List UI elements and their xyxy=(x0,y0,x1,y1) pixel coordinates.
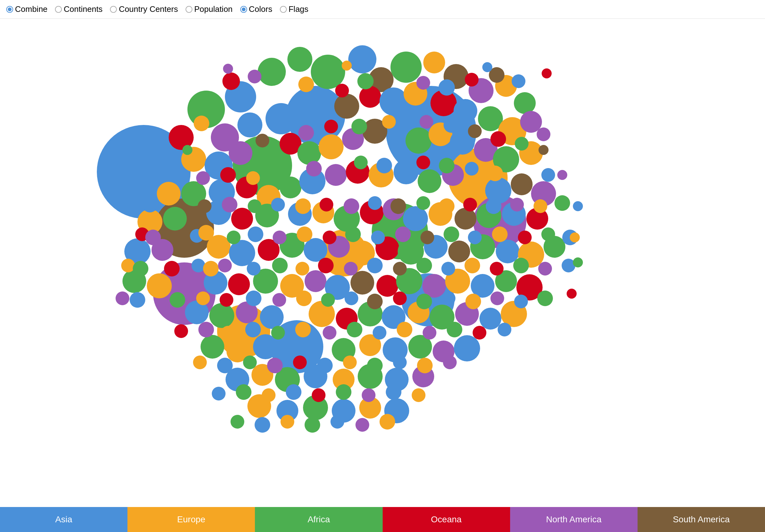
svg-point-270 xyxy=(347,322,363,337)
svg-point-27 xyxy=(238,113,263,138)
radio-option-flags[interactable]: Flags xyxy=(280,4,309,14)
svg-point-172 xyxy=(419,115,433,129)
legend-item-south-america: South America xyxy=(637,507,765,532)
svg-point-276 xyxy=(497,323,511,336)
svg-point-241 xyxy=(490,262,503,275)
svg-point-269 xyxy=(323,326,337,339)
svg-point-246 xyxy=(130,292,145,308)
svg-point-251 xyxy=(273,293,286,307)
svg-point-59 xyxy=(280,177,302,198)
svg-point-249 xyxy=(220,293,233,307)
svg-point-21 xyxy=(423,52,445,73)
svg-point-20 xyxy=(390,52,422,83)
svg-point-162 xyxy=(438,79,455,96)
svg-point-43 xyxy=(298,141,321,165)
svg-point-99 xyxy=(448,241,470,263)
svg-point-242 xyxy=(513,258,529,273)
svg-point-229 xyxy=(203,261,219,276)
svg-point-292 xyxy=(312,388,326,402)
svg-point-179 xyxy=(220,167,236,183)
svg-point-61 xyxy=(325,164,347,186)
svg-point-158 xyxy=(298,77,314,92)
radio-option-combine[interactable]: Combine xyxy=(6,4,48,14)
radio-label-population: Population xyxy=(194,4,233,14)
svg-point-182 xyxy=(354,156,368,169)
svg-point-197 xyxy=(368,196,382,210)
svg-point-16 xyxy=(288,47,313,72)
legend-item-asia: Asia xyxy=(0,507,128,532)
svg-point-298 xyxy=(255,417,270,433)
svg-point-213 xyxy=(297,227,313,242)
svg-point-160 xyxy=(358,73,374,89)
svg-point-194 xyxy=(295,198,311,214)
svg-point-167 xyxy=(256,134,269,148)
svg-point-81 xyxy=(403,206,428,231)
svg-point-257 xyxy=(416,293,432,309)
radio-option-population[interactable]: Population xyxy=(186,4,233,14)
svg-point-18 xyxy=(348,45,377,73)
svg-point-218 xyxy=(420,231,434,244)
svg-point-178 xyxy=(196,171,210,185)
svg-point-304 xyxy=(223,64,233,74)
svg-point-312 xyxy=(570,233,580,243)
radio-indicator-combine xyxy=(6,6,13,13)
svg-point-252 xyxy=(296,290,312,306)
svg-point-308 xyxy=(183,145,193,155)
svg-point-313 xyxy=(573,258,583,267)
svg-point-175 xyxy=(490,131,506,147)
svg-point-301 xyxy=(331,415,344,429)
svg-point-294 xyxy=(362,388,376,402)
svg-point-210 xyxy=(227,231,241,244)
svg-point-205 xyxy=(554,195,570,211)
svg-point-233 xyxy=(296,262,309,275)
radio-option-country-centers[interactable]: Country Centers xyxy=(110,4,178,14)
svg-point-65 xyxy=(417,169,441,193)
svg-point-248 xyxy=(196,291,210,305)
svg-point-221 xyxy=(492,227,507,242)
svg-point-266 xyxy=(245,322,261,337)
svg-point-285 xyxy=(393,355,407,369)
svg-point-247 xyxy=(170,292,185,308)
svg-point-245 xyxy=(116,291,129,305)
svg-point-202 xyxy=(486,198,501,214)
svg-point-44 xyxy=(319,134,344,159)
svg-point-121 xyxy=(209,303,234,328)
svg-point-25 xyxy=(514,92,536,114)
svg-point-186 xyxy=(465,162,478,176)
svg-point-54 xyxy=(157,182,181,206)
radio-option-colors[interactable]: Colors xyxy=(240,4,273,14)
svg-point-28 xyxy=(266,103,297,134)
svg-point-171 xyxy=(382,115,396,129)
svg-point-176 xyxy=(515,137,528,151)
svg-point-284 xyxy=(367,358,382,373)
svg-point-166 xyxy=(194,116,209,131)
svg-point-223 xyxy=(541,228,555,241)
svg-point-64 xyxy=(393,159,418,184)
svg-point-72 xyxy=(163,207,187,231)
radio-label-combine: Combine xyxy=(15,4,48,14)
svg-point-237 xyxy=(393,262,407,275)
svg-point-193 xyxy=(271,198,285,212)
svg-point-216 xyxy=(371,231,385,244)
svg-point-67 xyxy=(463,176,487,199)
svg-point-289 xyxy=(236,384,252,400)
svg-point-187 xyxy=(487,166,503,181)
svg-point-277 xyxy=(193,355,207,369)
svg-point-311 xyxy=(573,201,583,211)
svg-point-177 xyxy=(537,128,550,141)
svg-point-161 xyxy=(416,76,430,90)
radio-indicator-flags xyxy=(280,6,287,13)
svg-point-299 xyxy=(281,415,294,429)
svg-point-69 xyxy=(511,173,532,195)
svg-point-165 xyxy=(512,74,525,88)
svg-point-273 xyxy=(422,326,436,339)
radio-indicator-colors xyxy=(240,6,247,13)
svg-point-68 xyxy=(485,178,511,204)
svg-point-29 xyxy=(334,94,359,119)
svg-point-264 xyxy=(198,322,214,337)
toolbar: CombineContinentsCountry CentersPopulati… xyxy=(0,0,765,19)
radio-indicator-continents xyxy=(55,6,62,13)
svg-point-169 xyxy=(324,120,338,133)
svg-point-279 xyxy=(243,355,257,369)
radio-option-continents[interactable]: Continents xyxy=(55,4,103,14)
